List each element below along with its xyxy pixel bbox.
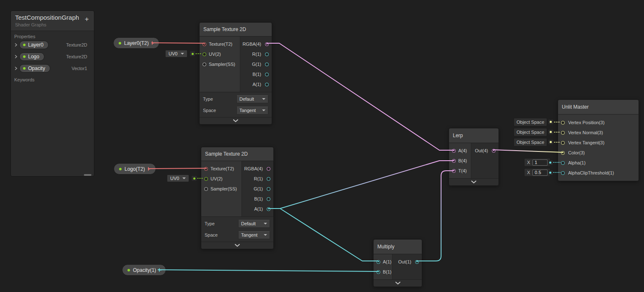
uv-channel-dropdown[interactable]: UV0 xyxy=(167,175,189,182)
port-b-input[interactable] xyxy=(377,270,380,274)
port-rgba-output[interactable] xyxy=(267,167,270,171)
chevron-right-icon[interactable] xyxy=(14,66,18,70)
port-label: Out(4) xyxy=(475,148,488,153)
port-vertex-tangent-input[interactable] xyxy=(561,141,565,145)
exposed-dot-icon xyxy=(127,269,130,271)
wire-a1-to-multiply-a[interactable] xyxy=(269,209,378,261)
chevron-down-icon xyxy=(181,53,184,55)
port-a-output[interactable] xyxy=(265,83,269,86)
chevron-down-icon xyxy=(264,223,267,224)
alpha-value-field[interactable]: 1 xyxy=(532,159,548,166)
blackboard-panel[interactable]: TestCompositionGraph Shader Graphs + Pro… xyxy=(10,10,94,177)
collapse-toggle[interactable] xyxy=(201,242,273,249)
node-lerp[interactable]: Lerp A(4) B(4) T(4) Out(4) xyxy=(449,128,499,186)
property-pill-layer0[interactable]: Layer0 xyxy=(19,41,49,49)
chevron-right-icon[interactable] xyxy=(14,43,18,47)
port-r-output[interactable] xyxy=(267,177,270,181)
type-dropdown[interactable]: Default xyxy=(238,220,270,228)
port-a-input[interactable] xyxy=(452,149,456,153)
node-title-bar[interactable]: Multiply xyxy=(374,240,422,254)
port-out-output[interactable] xyxy=(415,260,419,264)
node-sample-texture-1[interactable]: Sample Texture 2D Texture(T2) UV(2) Samp… xyxy=(199,22,272,125)
port-b-output[interactable] xyxy=(267,197,270,201)
port-alphaclipthreshold-input[interactable] xyxy=(561,171,565,175)
port-g-output[interactable] xyxy=(267,187,270,191)
wire-a1-to-lerp-b[interactable] xyxy=(269,161,453,209)
property-node-logo[interactable]: Logo(T2) xyxy=(114,163,156,175)
object-space-badge[interactable]: Object Space xyxy=(514,118,547,126)
port-alpha-input[interactable] xyxy=(561,161,565,165)
node-title-bar[interactable]: Unlit Master xyxy=(558,100,639,115)
port-out-output[interactable] xyxy=(492,149,496,153)
port-vertex-position-input[interactable] xyxy=(561,121,565,125)
uv-default-connector xyxy=(190,51,195,57)
node-title-bar[interactable]: Sample Texture 2D xyxy=(201,147,273,161)
port-t-input[interactable] xyxy=(452,169,456,173)
wire-lerp-out-to-color[interactable] xyxy=(493,150,562,152)
property-node-label: Logo(T2) xyxy=(125,166,145,172)
wire-rgba1-to-lerp-a[interactable] xyxy=(267,43,453,150)
port-uv-input[interactable] xyxy=(204,177,208,181)
property-pill-opacity[interactable]: Opacity xyxy=(19,64,50,73)
port-a-input[interactable] xyxy=(377,260,380,264)
node-title-bar[interactable]: Sample Texture 2D xyxy=(200,23,272,36)
port-opacity-output[interactable] xyxy=(159,268,160,272)
port-sampler-input[interactable] xyxy=(204,187,208,191)
property-name: Logo xyxy=(28,54,39,60)
node-unlit-master[interactable]: Unlit Master Vertex Position(3) Vertex N… xyxy=(558,99,639,181)
port-color-input[interactable] xyxy=(561,151,565,155)
port-sampler-input[interactable] xyxy=(203,63,206,66)
port-label: Sampler(SS) xyxy=(209,62,235,67)
port-b-output[interactable] xyxy=(265,73,269,76)
port-texture-input[interactable] xyxy=(203,42,206,46)
port-uv-input[interactable] xyxy=(203,52,206,56)
property-row-layer0[interactable]: Layer0 Texture2D xyxy=(11,39,94,51)
wire-opacity-to-multiply-b[interactable] xyxy=(158,270,378,271)
property-row-logo[interactable]: Logo Texture2D xyxy=(11,51,94,63)
property-node-opacity[interactable]: Opacity(1) xyxy=(122,264,166,276)
port-label: Vertex Normal(3) xyxy=(568,130,603,135)
port-logo-output[interactable] xyxy=(148,167,149,171)
port-b-input[interactable] xyxy=(452,159,456,163)
node-multiply[interactable]: Multiply A(1) B(1) Out(1) xyxy=(373,239,422,287)
property-node-layer0[interactable]: Layer0(T2) xyxy=(113,37,159,49)
object-space-badge[interactable]: Object Space xyxy=(514,138,547,146)
node-title: Multiply xyxy=(377,244,395,250)
space-value: Object Space xyxy=(517,130,544,135)
port-r-output[interactable] xyxy=(265,52,269,56)
port-label: Out(1) xyxy=(398,259,411,264)
port-rgba-output[interactable] xyxy=(265,42,269,46)
uv-channel-value: UV0 xyxy=(169,51,177,56)
panel-resize-handle[interactable] xyxy=(84,174,91,176)
property-row-opacity[interactable]: Opacity Vector1 xyxy=(11,63,94,74)
port-g-output[interactable] xyxy=(265,63,269,66)
port-label: A(1) xyxy=(383,259,392,264)
port-layer0-output[interactable] xyxy=(152,41,153,45)
collapse-toggle[interactable] xyxy=(449,178,499,185)
port-texture-input[interactable] xyxy=(204,167,208,171)
port-vertex-normal-input[interactable] xyxy=(561,131,565,135)
collapse-toggle[interactable] xyxy=(374,279,422,287)
collapse-toggle[interactable] xyxy=(200,117,272,124)
port-label: RGBA(4) xyxy=(242,42,261,47)
node-sample-texture-2[interactable]: Sample Texture 2D Texture(T2) UV(2) Samp… xyxy=(201,147,274,249)
alphaclip-value-field[interactable]: 0.5 xyxy=(532,169,548,176)
space-connector xyxy=(548,129,553,135)
chevron-down-icon xyxy=(262,110,265,111)
connector-dot-icon xyxy=(549,172,551,174)
node-title-bar[interactable]: Lerp xyxy=(449,128,499,143)
add-property-button[interactable]: + xyxy=(85,16,89,23)
property-pill-logo[interactable]: Logo xyxy=(19,52,44,61)
wire-logo-to-texture2[interactable] xyxy=(149,168,205,169)
port-a-output[interactable] xyxy=(267,207,270,211)
shader-graph-canvas[interactable]: TestCompositionGraph Shader Graphs + Pro… xyxy=(0,0,644,292)
space-dropdown[interactable]: Tangent xyxy=(238,231,270,239)
wire-multiply-out-to-lerp-t[interactable] xyxy=(417,171,453,261)
port-label: Sampler(SS) xyxy=(210,186,237,191)
type-dropdown[interactable]: Default xyxy=(236,95,268,103)
object-space-badge[interactable]: Object Space xyxy=(514,128,547,136)
uv-channel-dropdown[interactable]: UV0 xyxy=(165,50,187,57)
chevron-right-icon[interactable] xyxy=(14,55,18,59)
wire-layer0-to-texture1[interactable] xyxy=(152,43,204,43)
space-dropdown[interactable]: Tangent xyxy=(236,107,268,115)
